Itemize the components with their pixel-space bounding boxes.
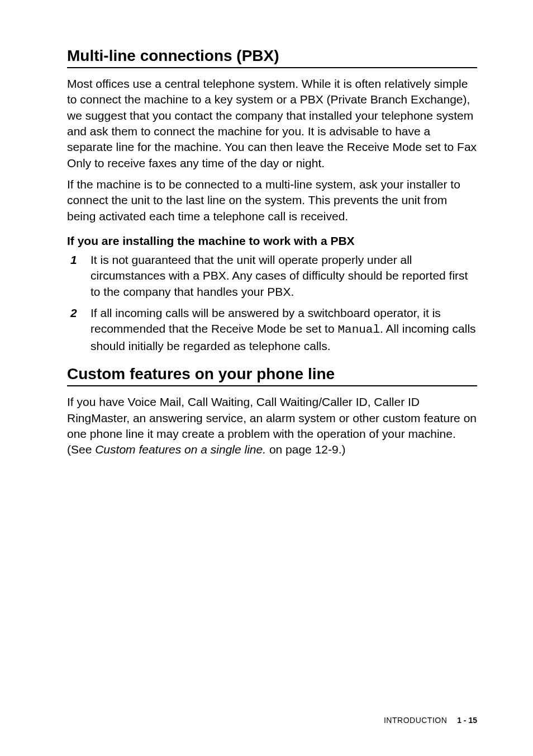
step-2-mono: Manual [337, 323, 380, 336]
para-custom-crossref: Custom features on a single line. [95, 443, 266, 456]
footer-section-label: INTRODUCTION [384, 716, 447, 725]
para-custom-features: If you have Voice Mail, Call Waiting, Ca… [67, 394, 477, 457]
heading-rule-1 [67, 67, 477, 68]
step-2-number: 2 [67, 305, 91, 321]
heading-rule-2 [67, 385, 477, 386]
page-footer: INTRODUCTION 1 - 15 [384, 716, 477, 725]
page-container: Multi-line connections (PBX) Most office… [0, 0, 533, 756]
heading-multiline-pbx: Multi-line connections (PBX) [67, 47, 477, 65]
step-1-text: It is not guaranteed that the unit will … [91, 252, 477, 300]
step-1: 1 It is not guaranteed that the unit wil… [67, 252, 477, 300]
para-pbx-multiline: If the machine is to be connected to a m… [67, 177, 477, 224]
step-2: 2 If all incoming calls will be answered… [67, 305, 477, 354]
section-multiline-pbx: Multi-line connections (PBX) Most office… [67, 47, 477, 354]
subheading-install-pbx: If you are installing the machine to wor… [67, 234, 477, 248]
step-2-text: If all incoming calls will be answered b… [91, 305, 477, 354]
footer-page-number: 1 - 15 [457, 716, 477, 725]
step-1-number: 1 [67, 252, 91, 268]
section-custom-features: Custom features on your phone line If yo… [67, 365, 477, 457]
para-custom-post: on page 12-9.) [266, 443, 345, 456]
para-pbx-intro: Most offices use a central telephone sys… [67, 76, 477, 171]
pbx-install-steps: 1 It is not guaranteed that the unit wil… [67, 252, 477, 354]
heading-custom-features: Custom features on your phone line [67, 365, 477, 383]
